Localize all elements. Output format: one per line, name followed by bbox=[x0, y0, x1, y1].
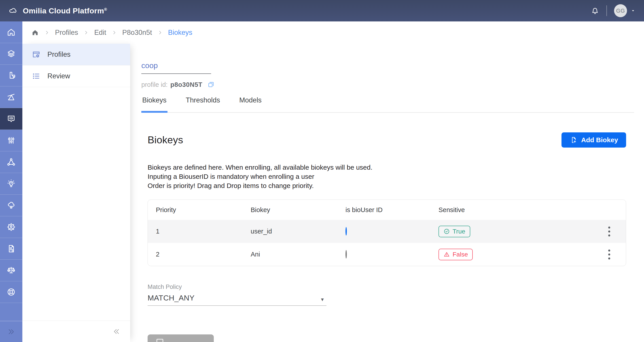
biouser-radio[interactable] bbox=[346, 250, 347, 259]
cell-priority: 1 bbox=[148, 228, 242, 235]
row-menu-kebab-icon[interactable] bbox=[606, 248, 612, 261]
breadcrumb-item-profiles[interactable]: Profiles bbox=[55, 28, 78, 37]
col-is-biouser: is bioUser ID bbox=[338, 206, 430, 214]
chevron-right-icon bbox=[112, 30, 117, 35]
app-header: Omilia Cloud Platform® GG bbox=[0, 0, 644, 21]
check-circle-icon bbox=[444, 228, 450, 235]
profile-name-input[interactable]: coop bbox=[141, 61, 211, 74]
page-title: Biokeys bbox=[148, 134, 183, 146]
app-title: Omilia Cloud Platform® bbox=[23, 6, 107, 15]
avatar[interactable]: GG bbox=[614, 4, 627, 17]
dropdown-caret-icon: ▼ bbox=[320, 297, 325, 302]
notifications-bell-icon[interactable] bbox=[591, 6, 599, 15]
profile-id-label: profile id: bbox=[141, 81, 168, 88]
sidebar-item-profiles[interactable]: Profiles bbox=[22, 44, 130, 65]
table-row[interactable]: 1 user_id True bbox=[148, 220, 626, 243]
copy-icon[interactable] bbox=[207, 81, 215, 89]
rail-set-square-icon[interactable] bbox=[0, 86, 22, 108]
col-biokey: Biokey bbox=[242, 206, 338, 214]
icon-rail: $ bbox=[0, 21, 22, 342]
biokeys-table: Priority Biokey is bioUser ID Sensitive … bbox=[148, 199, 626, 266]
table-row[interactable]: 2 Ani False bbox=[148, 243, 626, 266]
rail-life-ring-icon[interactable] bbox=[0, 281, 22, 303]
match-policy-label: Match Policy bbox=[148, 284, 326, 290]
biokeys-panel: Biokeys Add Biokey Biokeys are defined h… bbox=[148, 132, 626, 342]
avatar-caret-down-icon[interactable] bbox=[630, 8, 636, 13]
rail-expand-chevrons-icon[interactable] bbox=[0, 321, 22, 342]
collapse-chevrons-icon[interactable] bbox=[113, 328, 120, 335]
rail-cloud-icon[interactable] bbox=[0, 195, 22, 216]
table-header-row: Priority Biokey is bioUser ID Sensitive bbox=[148, 200, 626, 220]
rail-scales-icon[interactable] bbox=[0, 260, 22, 281]
profile-id-row: profile id: p8o30N5T bbox=[141, 81, 626, 89]
warning-triangle-icon bbox=[444, 251, 450, 258]
svg-text:$: $ bbox=[12, 248, 14, 252]
rail-invoice-icon[interactable]: $ bbox=[0, 238, 22, 260]
sidebar-item-label: Review bbox=[48, 72, 70, 80]
registered-mark: ® bbox=[104, 7, 107, 11]
match-policy-select[interactable]: MATCH_ANY ▼ bbox=[148, 294, 326, 306]
rail-lightbulb-icon[interactable] bbox=[0, 173, 22, 195]
add-file-icon bbox=[570, 136, 577, 144]
cloud-logo-icon bbox=[7, 6, 18, 15]
save-button-partial[interactable] bbox=[148, 335, 214, 342]
col-priority: Priority bbox=[148, 206, 242, 214]
sensitive-badge[interactable]: False bbox=[438, 249, 473, 260]
sidebar-item-label: Profiles bbox=[48, 50, 70, 58]
chevron-right-icon bbox=[84, 30, 89, 35]
chevron-right-icon bbox=[158, 30, 163, 35]
window-gear-icon bbox=[32, 50, 41, 59]
sidebar-item-review[interactable]: Review bbox=[22, 65, 130, 87]
list-icon bbox=[32, 72, 41, 81]
rail-spacer bbox=[0, 303, 22, 321]
col-sensitive: Sensitive bbox=[430, 206, 592, 214]
rail-home-icon[interactable] bbox=[0, 21, 22, 43]
sensitive-badge[interactable]: True bbox=[438, 226, 470, 237]
biouser-radio[interactable] bbox=[346, 227, 347, 235]
main-content: coop profile id: p8o30N5T Biokeys Thresh… bbox=[130, 44, 644, 342]
cell-priority: 2 bbox=[148, 251, 242, 258]
rail-chat-bars-icon[interactable] bbox=[0, 108, 22, 130]
rail-network-nodes-icon[interactable] bbox=[0, 151, 22, 173]
header-divider bbox=[606, 5, 607, 16]
profile-id-value: p8o30N5T bbox=[170, 81, 202, 88]
tab-bar: Biokeys Thresholds Models bbox=[141, 96, 634, 113]
breadcrumb-item-profile-id[interactable]: P8o30n5t bbox=[122, 28, 152, 37]
cell-biokey: Ani bbox=[242, 251, 338, 258]
add-biokey-button[interactable]: Add Biokey bbox=[562, 132, 626, 148]
row-menu-kebab-icon[interactable] bbox=[606, 225, 612, 238]
chevron-right-icon bbox=[44, 30, 50, 35]
biokeys-description: Biokeys are defined here. When enrolling… bbox=[148, 163, 626, 190]
breadcrumb: Profiles Edit P8o30n5t Biokeys bbox=[22, 21, 644, 44]
rail-blocks-icon[interactable] bbox=[0, 65, 22, 86]
rail-gear-user-icon[interactable] bbox=[0, 216, 22, 238]
match-policy-field: Match Policy MATCH_ANY ▼ bbox=[148, 284, 326, 306]
breadcrumb-home-icon[interactable] bbox=[31, 29, 39, 36]
sidebar-collapse-bar bbox=[22, 321, 130, 342]
rail-sliders-icon[interactable] bbox=[0, 130, 22, 151]
tab-models[interactable]: Models bbox=[238, 96, 262, 112]
secondary-sidebar: Profiles Review bbox=[22, 44, 130, 342]
breadcrumb-current-biokeys: Biokeys bbox=[168, 28, 192, 37]
rail-layers-icon[interactable] bbox=[0, 43, 22, 65]
breadcrumb-item-edit[interactable]: Edit bbox=[94, 28, 106, 37]
tab-biokeys[interactable]: Biokeys bbox=[141, 96, 168, 112]
match-policy-value: MATCH_ANY bbox=[148, 294, 194, 302]
tab-thresholds[interactable]: Thresholds bbox=[185, 96, 221, 112]
cell-biokey: user_id bbox=[242, 228, 338, 235]
